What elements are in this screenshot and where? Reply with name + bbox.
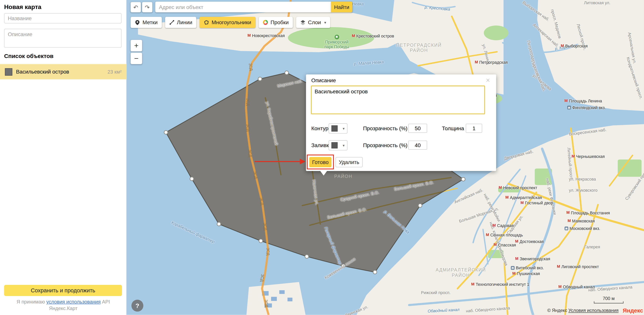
- fill-opacity-input[interactable]: [408, 141, 427, 150]
- search-input[interactable]: [155, 2, 331, 13]
- dialog-tail: [320, 171, 327, 176]
- tool-traffic[interactable]: Пробки: [259, 17, 293, 28]
- tool-polygons[interactable]: Многоугольники: [200, 17, 256, 28]
- fill-color-swatch: [332, 142, 338, 148]
- thickness-label: Толщина: [442, 125, 464, 132]
- attribution-terms-link[interactable]: Условия использования: [568, 308, 618, 313]
- chevron-down-icon: ▾: [343, 143, 345, 147]
- tool-label: Метки: [142, 20, 158, 26]
- done-button[interactable]: Готово: [309, 157, 332, 167]
- tool-placemarks[interactable]: Метки: [131, 17, 162, 28]
- polygon-vertex[interactable]: [462, 177, 465, 181]
- objects-list-heading: Список объектов: [4, 53, 53, 59]
- map-name-input[interactable]: [4, 13, 122, 24]
- zoom-out-button[interactable]: −: [131, 53, 142, 64]
- line-icon: [169, 20, 174, 25]
- pin-icon: [135, 20, 140, 25]
- terms-prefix: Я принимаю: [16, 299, 46, 305]
- redo-icon: ↷: [145, 4, 150, 10]
- undo-button[interactable]: ↶: [131, 2, 141, 13]
- map-area[interactable]: Средняя Невкар. Крестовкар. Малая НевкаМ…: [126, 0, 644, 315]
- help-button[interactable]: ?: [132, 300, 143, 311]
- tool-label: Многоугольники: [212, 20, 251, 26]
- tool-lines[interactable]: Линии: [165, 17, 196, 28]
- fill-color-picker[interactable]: ▾: [328, 140, 347, 151]
- map-description-input[interactable]: [4, 29, 122, 48]
- tool-label: Линии: [177, 20, 192, 26]
- layers-icon: [300, 20, 306, 25]
- polygon-vertex[interactable]: [418, 204, 422, 207]
- terms-link[interactable]: условия использования: [46, 299, 100, 305]
- chevron-down-icon: ▾: [324, 20, 326, 24]
- tool-layers[interactable]: Слои ▾: [296, 17, 330, 28]
- terms-suffix: API: [100, 299, 110, 305]
- polygon-vertex[interactable]: [342, 264, 345, 268]
- object-edit-dialog: Описание × Васильевский остров Контур ▾ …: [306, 74, 496, 171]
- search-button[interactable]: Найти: [331, 2, 352, 13]
- object-list-item[interactable]: Васильевский остров 23 км²: [0, 64, 126, 79]
- dialog-title: Описание: [311, 77, 336, 83]
- polygon-vertex[interactable]: [373, 270, 377, 274]
- object-description-input[interactable]: Васильевский остров: [311, 86, 485, 114]
- terms-text: Я принимаю условия использования API Янд…: [0, 298, 126, 312]
- tool-label: Пробки: [270, 20, 289, 26]
- contour-opacity-label: Прозрачность (%): [363, 125, 408, 132]
- polygon-vertex[interactable]: [285, 71, 288, 75]
- traffic-icon: [263, 20, 268, 25]
- object-color-swatch: [5, 68, 12, 76]
- scale-line: [594, 301, 624, 303]
- polygon-vertex[interactable]: [190, 177, 194, 181]
- chevron-down-icon: ▾: [343, 126, 345, 130]
- yandex-logo: Яндекс: [623, 307, 643, 314]
- plus-icon: +: [134, 41, 138, 50]
- sidebar: Новая карта Список объектов Васильевский…: [0, 0, 126, 315]
- page-title: Новая карта: [4, 3, 126, 10]
- contour-opacity-input[interactable]: [408, 124, 427, 133]
- minus-icon: −: [134, 54, 138, 63]
- scale-bar: 700 м: [594, 296, 624, 303]
- scale-label: 700 м: [603, 296, 615, 301]
- close-icon[interactable]: ×: [484, 76, 492, 85]
- contour-color-swatch: [332, 125, 338, 132]
- redo-button[interactable]: ↷: [142, 2, 152, 13]
- polygon-vertex[interactable]: [258, 77, 262, 81]
- tool-label: Слои: [308, 20, 321, 26]
- terms-line2: Яндекс.Карт: [49, 305, 77, 311]
- fill-opacity-label: Прозрачность (%): [363, 142, 408, 148]
- polygon-vertex[interactable]: [305, 255, 308, 258]
- undo-icon: ↶: [133, 4, 138, 10]
- contour-label: Контур: [311, 125, 328, 132]
- copyright-text: © Яндекс: [547, 308, 567, 313]
- polygon-icon: [204, 20, 209, 25]
- contour-color-picker[interactable]: ▾: [328, 123, 347, 134]
- attribution: © Яндекс Условия использования: [547, 308, 618, 313]
- polygon-vertex[interactable]: [259, 239, 262, 243]
- tool-row: Метки Линии Многоугольники Пробки Слои ▾: [131, 17, 330, 28]
- zoom-in-button[interactable]: +: [131, 40, 142, 52]
- yandex-map-constructor: Новая карта Список объектов Васильевский…: [0, 0, 644, 315]
- polygon-vertex[interactable]: [164, 131, 168, 134]
- thickness-input[interactable]: [466, 124, 482, 133]
- save-and-continue-button[interactable]: Сохранить и продолжить: [4, 285, 122, 296]
- delete-button[interactable]: Удалить: [336, 157, 363, 167]
- object-name: Васильевский остров: [16, 69, 108, 75]
- object-area-badge: 23 км²: [108, 69, 122, 75]
- question-icon: ?: [136, 302, 139, 309]
- polygon-vertex[interactable]: [217, 222, 221, 226]
